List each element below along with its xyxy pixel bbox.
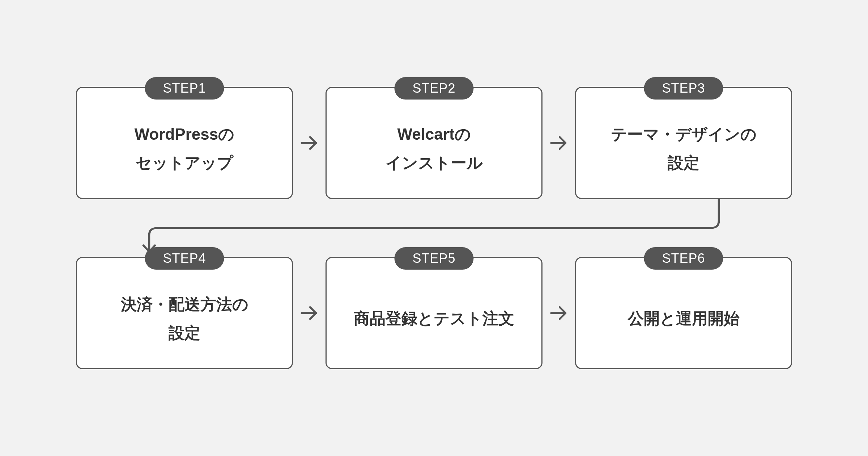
step-flow-diagram: STEP1 WordPressの セットアップ STEP2 Welcartの イ… (25, 87, 843, 369)
step-title: 決済・配送方法の 設定 (121, 290, 248, 347)
step-card-2: STEP2 Welcartの インストール (326, 87, 542, 199)
step-badge: STEP2 (394, 77, 473, 100)
diagram-row-1: STEP1 WordPressの セットアップ STEP2 Welcartの イ… (25, 87, 843, 199)
step-title: 公開と運用開始 (628, 304, 740, 333)
step-title: WordPressの セットアップ (135, 120, 235, 177)
step-badge: STEP5 (394, 247, 473, 270)
step-card-4: STEP4 決済・配送方法の 設定 (76, 257, 293, 369)
arrow-right-icon (542, 257, 575, 369)
step-card-5: STEP5 商品登録とテスト注文 (326, 257, 542, 369)
step-badge: STEP6 (644, 247, 723, 270)
step-card-1: STEP1 WordPressの セットアップ (76, 87, 293, 199)
step-badge: STEP4 (145, 247, 224, 270)
arrow-right-icon (293, 87, 326, 199)
step-card-3: STEP3 テーマ・デザインの 設定 (575, 87, 792, 199)
diagram-row-2: STEP4 決済・配送方法の 設定 STEP5 商品登録とテスト注文 STEP6… (25, 257, 843, 369)
step-title: Welcartの インストール (386, 120, 483, 177)
connector-path (149, 199, 719, 250)
step-title: 商品登録とテスト注文 (354, 304, 514, 333)
step-badge: STEP3 (644, 77, 723, 100)
arrow-right-icon (542, 87, 575, 199)
step-card-6: STEP6 公開と運用開始 (575, 257, 792, 369)
step-badge: STEP1 (145, 77, 224, 100)
arrow-right-icon (293, 257, 326, 369)
step-title: テーマ・デザインの 設定 (611, 120, 757, 177)
